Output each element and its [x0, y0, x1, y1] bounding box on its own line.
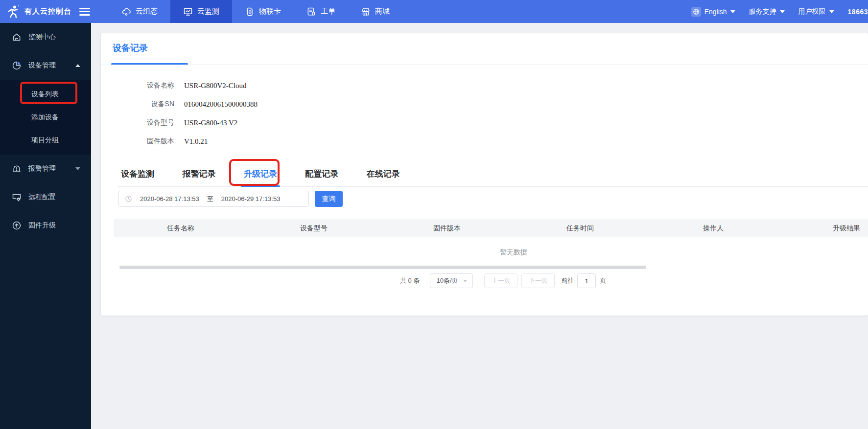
device-name-value: USR-G800V2-Cloud [184, 82, 247, 90]
home-icon [12, 32, 22, 42]
sidebar-subitem-label: 设备列表 [31, 90, 59, 99]
sidebar-item-label: 设备管理 [28, 61, 56, 70]
goto-label: 前往 [561, 276, 574, 285]
monitor-chart-icon [183, 7, 193, 17]
record-tabs: 设备监测 报警记录 升级记录 配置记录 在线记录 [117, 161, 868, 187]
sidebar-subitem-project-group[interactable]: 项目分组 [0, 129, 91, 152]
total-count: 共 0 条 [400, 276, 420, 285]
column-task-time: 任务时间 [514, 219, 647, 237]
device-name-label: 设备名称 [101, 81, 174, 90]
upgrade-record-table: 任务名称 设备型号 固件版本 任务时间 操作人 升级结果 暂无数据 [114, 219, 868, 267]
sidebar-item-label: 报警管理 [28, 164, 56, 173]
sidebar: 监测中心 设备管理 设备列表 添加设备 项目分组 报警管理 [0, 23, 91, 429]
sidebar-item-monitor-center[interactable]: 监测中心 [0, 23, 91, 51]
device-model-label: 设备型号 [101, 118, 174, 127]
device-info-row: 设备型号 USR-G800-43 V2 [101, 113, 444, 132]
sidebar-item-remote-config[interactable]: 远程配置 [0, 183, 91, 211]
page-size-value: 10条/页 [436, 276, 458, 285]
chevron-up-icon [75, 64, 80, 67]
topnav-label: 云组态 [136, 7, 158, 16]
page-size-select[interactable]: 10条/页 [430, 273, 473, 288]
tab-device-monitor[interactable]: 设备监测 [121, 161, 154, 186]
topnav-label: 云监测 [197, 7, 219, 16]
empty-data-text: 暂无数据 [114, 237, 868, 267]
tab-upgrade-record[interactable]: 升级记录 [244, 161, 277, 186]
column-device-model: 设备型号 [247, 219, 380, 237]
brand: 有人云控制台 [0, 4, 90, 19]
pie-chart-icon [12, 61, 22, 70]
language-label: English [704, 8, 727, 16]
sidebar-item-firmware-upgrade[interactable]: 固件升级 [0, 211, 91, 240]
pagination: 共 0 条 10条/页 上一页 下一页 前往 页 [400, 273, 606, 288]
chevron-down-icon [463, 280, 467, 282]
permission-menu[interactable]: 用户权限 [798, 7, 834, 16]
chevron-down-icon [730, 10, 735, 13]
support-menu[interactable]: 服务支持 [749, 7, 785, 16]
usr-logo-icon [6, 4, 21, 19]
date-range-picker[interactable]: 2020-06-28 17:13:53 至 2020-06-29 17:13:5… [118, 191, 309, 207]
tab-online-record[interactable]: 在线记录 [367, 161, 400, 186]
topnav-label: 工单 [321, 7, 335, 16]
sidebar-item-label: 监测中心 [28, 33, 56, 42]
device-info-row: 设备SN 01600420061500000388 [101, 95, 444, 113]
column-operator: 操作人 [647, 219, 780, 237]
column-firmware-version: 固件版本 [380, 219, 514, 237]
main-content: 设备记录 设备名称 USR-G800V2-Cloud 设备SN 01600420… [91, 23, 868, 429]
chevron-down-icon [829, 10, 834, 13]
tab-label: 升级记录 [244, 169, 277, 179]
topnav-item-work-order[interactable]: 工单 [294, 0, 348, 23]
store-icon [361, 7, 371, 17]
globe-icon [691, 7, 701, 17]
sidebar-subitem-add-device[interactable]: 添加设备 [0, 106, 91, 129]
device-info-row: 设备名称 USR-G800V2-Cloud [101, 76, 444, 95]
device-sn-value: 01600420061500000388 [184, 100, 258, 109]
alarm-bell-icon [12, 164, 22, 174]
table-header-row: 任务名称 设备型号 固件版本 任务时间 操作人 升级结果 [114, 219, 868, 237]
topbar-right: English 服务支持 用户权限 18663 [691, 0, 868, 23]
column-upgrade-result: 升级结果 [780, 219, 868, 237]
topnav-item-cloud-monitor[interactable]: 云监测 [170, 0, 232, 23]
topnav-label: 物联卡 [259, 7, 281, 16]
tab-alarm-record[interactable]: 报警记录 [182, 161, 215, 186]
sidebar-subitem-label: 添加设备 [31, 113, 59, 122]
chevron-down-icon [780, 10, 785, 13]
account-number[interactable]: 18663 [848, 8, 868, 16]
page-suffix-label: 页 [600, 276, 606, 285]
horizontal-scrollbar[interactable] [119, 266, 646, 269]
remote-config-icon [12, 192, 22, 202]
menu-toggle-icon[interactable] [79, 8, 90, 16]
sidebar-item-alarm-management[interactable]: 报警管理 [0, 155, 91, 183]
device-management-submenu: 设备列表 添加设备 项目分组 [0, 80, 91, 155]
topnav-label: 商城 [375, 7, 390, 16]
device-record-card: 设备记录 设备名称 USR-G800V2-Cloud 设备SN 01600420… [101, 33, 868, 316]
topnav-item-store[interactable]: 商城 [348, 0, 402, 23]
tab-config-record[interactable]: 配置记录 [305, 161, 338, 186]
clock-icon [125, 195, 132, 203]
topnav-item-iot-sim[interactable]: 物联卡 [232, 0, 294, 23]
permission-label: 用户权限 [798, 7, 826, 16]
sidebar-subitem-label: 项目分组 [31, 136, 59, 145]
firmware-version-label: 固件版本 [101, 137, 174, 146]
firmware-upgrade-icon [12, 221, 22, 230]
topbar: 有人云控制台 云组态 云监测 物联卡 [0, 0, 868, 23]
device-sn-label: 设备SN [101, 100, 174, 109]
sidebar-item-label: 固件升级 [28, 221, 56, 230]
sidebar-subitem-device-list[interactable]: 设备列表 [0, 83, 91, 106]
topnav-item-cloud-scada[interactable]: 云组态 [109, 0, 170, 23]
query-button[interactable]: 查询 [315, 191, 343, 207]
language-menu[interactable]: English [691, 7, 735, 17]
end-datetime: 2020-06-29 17:13:53 [221, 195, 281, 203]
prev-page-button[interactable]: 上一页 [484, 273, 517, 288]
cloud-icon [121, 7, 131, 17]
page-tab-device-record[interactable]: 设备记录 [113, 42, 148, 54]
next-page-button[interactable]: 下一页 [521, 273, 555, 288]
column-task-name: 任务名称 [114, 219, 247, 237]
goto-page-input[interactable] [577, 273, 596, 288]
support-label: 服务支持 [749, 7, 776, 16]
card-header-divider [101, 65, 868, 65]
device-info: 设备名称 USR-G800V2-Cloud 设备SN 0160042006150… [101, 76, 444, 151]
sidebar-item-device-management[interactable]: 设备管理 [0, 51, 91, 80]
sim-card-icon [245, 7, 255, 17]
work-order-icon [306, 7, 316, 17]
brand-title: 有人云控制台 [24, 7, 71, 16]
